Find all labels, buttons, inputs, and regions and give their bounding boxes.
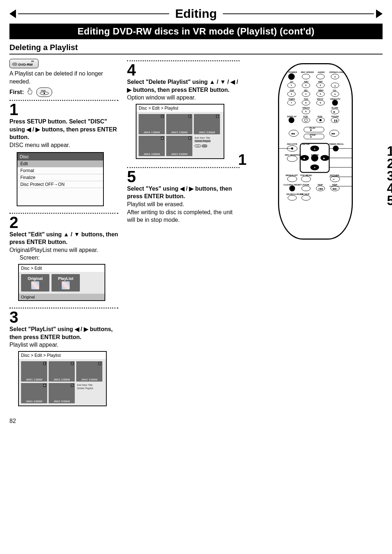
svg-point-12 xyxy=(317,74,324,79)
svg-text:TIMER PROG.: TIMER PROG. xyxy=(329,143,344,145)
svg-text:8: 8 xyxy=(305,101,307,104)
svg-text:SLOW: SLOW xyxy=(331,106,338,109)
intro-text: A Playlist can be deleted if no longer n… xyxy=(9,70,118,85)
remote-highlight-cluster: REC/OTR SETUP TIMER PROG. ▲ ◀ ▶ ▼ ENTER … xyxy=(285,143,344,172)
svg-text:DISPLAY: DISPLAY xyxy=(287,115,297,118)
menu-item-format[interactable]: Format xyxy=(17,167,103,174)
thumb-num: 4 xyxy=(161,137,164,140)
thumb-num: 3 xyxy=(216,115,219,118)
svg-text:❚❚: ❚❚ xyxy=(334,119,338,122)
thumb-label: JAN/1 1:00AM xyxy=(21,378,47,381)
thumb[interactable]: 1JAN/1 1:00AM xyxy=(21,361,47,382)
svg-point-115 xyxy=(302,195,310,200)
thumb[interactable]: 4JAN/1 4:00AM xyxy=(139,136,165,156)
step-4-instruction: Select "Delete Playlist" using ▲ / ▼ / ◀… xyxy=(127,78,240,94)
edit-crumb: Disc > Edit xyxy=(19,265,105,272)
menu-item-edit[interactable]: Edit xyxy=(17,160,103,167)
svg-text:REC SPEED: REC SPEED xyxy=(301,71,314,73)
svg-text:VIDEO/TV: VIDEO/TV xyxy=(330,98,341,100)
thumb-options[interactable]: Add New Title Delete Playlist xyxy=(76,383,102,403)
svg-text:WXYZ: WXYZ xyxy=(317,98,323,100)
svg-text:◀◀: ◀◀ xyxy=(291,132,295,135)
tile-icon xyxy=(31,281,39,289)
tile-original[interactable]: Original xyxy=(21,274,49,292)
remote-lower: MENU/LIST TOP MENU RETURN↩ CLEAR/C-RESET… xyxy=(283,174,340,200)
svg-text:◀: ◀ xyxy=(303,157,305,159)
subtitle-bar: Editing DVD-RW discs in VR mode (Playlis… xyxy=(9,24,383,39)
svg-point-48 xyxy=(332,100,338,106)
svg-text:SKIP: SKIP xyxy=(332,183,337,186)
hand-cursor-icon xyxy=(26,87,34,97)
option-add-title[interactable]: Add New Title xyxy=(195,137,210,139)
svg-point-1 xyxy=(12,62,18,66)
dvd-disc-icon: DVD xyxy=(36,87,52,97)
option-delete-playlist-sel[interactable]: Delete Playlist xyxy=(195,140,211,142)
thumb[interactable]: 1JAN/1 1:00AM xyxy=(139,114,165,134)
thumb[interactable]: 2JAN/1 2:00AM xyxy=(166,114,192,134)
thumb[interactable]: 3JAN/1 3:00AM xyxy=(76,361,102,382)
svg-text:ENTER: ENTER xyxy=(311,154,319,156)
svg-text:REC/OTR: REC/OTR xyxy=(287,143,297,145)
svg-text:0: 0 xyxy=(305,110,307,113)
playlist-screen: Disc > Edit > Playlist 1JAN/1 1:00AM 2JA… xyxy=(18,351,107,406)
svg-text:DVD: DVD xyxy=(318,115,323,118)
thumb[interactable]: 4JAN/1 4:00AM xyxy=(21,383,47,403)
thumb[interactable]: 3JAN/1 3:00AM xyxy=(194,114,220,134)
menu-item-protect[interactable]: Disc Protect OFF→ON xyxy=(17,181,103,188)
step-number-1: 1 xyxy=(9,102,118,118)
menu-item-finalize[interactable]: Finalize xyxy=(17,174,103,181)
option-add-title[interactable]: Add New Title xyxy=(77,384,93,386)
thumb[interactable]: 5JAN/1 5:00AM xyxy=(166,136,192,156)
chevron-left-icon xyxy=(9,9,16,18)
svg-text:▶▶: ▶▶ xyxy=(331,132,335,135)
remote-numpad: @/:1 ABC2 DEF3 ▲ GHI4 JKL5 MNO6 CH▼ PQRS… xyxy=(287,80,341,123)
left-callout-1: 1 xyxy=(238,151,246,168)
remote-control: POWER REC SPEED AUDIO OPEN/CLOSE ▲ @/:1 … xyxy=(278,63,353,240)
step-1-instruction: Press SETUP button. Select "DISC" using … xyxy=(9,118,118,141)
thumb-options-4[interactable]: Add New Title Delete Playlist Yes No xyxy=(194,136,220,156)
first-label: First: xyxy=(9,88,24,96)
confirm-no[interactable]: No xyxy=(202,144,208,147)
svg-text:PAUSE: PAUSE xyxy=(331,115,339,118)
thumb-num: 1 xyxy=(43,362,46,365)
svg-text:1: 1 xyxy=(291,84,292,86)
svg-point-105 xyxy=(302,186,310,191)
thumb-label: JAN/1 3:00AM xyxy=(76,378,102,381)
step-2-result: Original/PlayList menu will appear. xyxy=(9,246,118,254)
playlist-crumb: Disc > Edit > Playlist xyxy=(19,352,106,359)
edit-screen: Disc > Edit Original PlayList Original xyxy=(18,264,105,301)
tile-original-label: Original xyxy=(28,276,43,281)
thumb[interactable]: 5JAN/1 5:00AM xyxy=(49,383,75,403)
playlist-delete-screen: Disc > Edit > Playlist 1JAN/1 1:00AM 2JA… xyxy=(136,104,224,159)
svg-text:3: 3 xyxy=(320,84,321,86)
svg-text:PLAY: PLAY xyxy=(310,127,316,129)
svg-text:GHI: GHI xyxy=(290,89,294,91)
svg-text:4: 4 xyxy=(291,93,292,95)
left-column: VR DVD-RW A Playlist can be deleted if n… xyxy=(9,57,118,406)
svg-text:6: 6 xyxy=(320,93,321,95)
thumb-label: JAN/1 2:00AM xyxy=(49,378,75,381)
thumb[interactable]: 2JAN/1 2:00AM xyxy=(49,361,75,382)
step-5-result-2: After writing to disc is completed, the … xyxy=(127,208,240,224)
step-4-result: Option window will appear. xyxy=(127,94,240,102)
right-callout-5: 5 xyxy=(387,193,392,208)
svg-text:2: 2 xyxy=(305,84,307,86)
step-3-instruction: Select "PlayList" using ◀ / ▶ buttons, t… xyxy=(9,325,118,341)
thumb-num: 2 xyxy=(188,115,191,118)
confirm-yes[interactable]: Yes xyxy=(195,144,201,147)
svg-text:ABC: ABC xyxy=(304,80,309,83)
option-delete-playlist[interactable]: Delete Playlist xyxy=(77,387,93,390)
svg-text:▼: ▼ xyxy=(314,166,316,169)
svg-text:TUV: TUV xyxy=(304,98,309,100)
svg-text:POWER: POWER xyxy=(289,71,297,73)
tile-playlist[interactable]: PlayList xyxy=(52,274,80,292)
thumb-label: JAN/1 4:00AM xyxy=(139,153,165,155)
svg-text:▶▶|: ▶▶| xyxy=(332,187,337,190)
remote-transport: ◀◀ ▶PLAY ■STOP ▶▶ xyxy=(289,127,339,139)
thumb-num: 4 xyxy=(43,384,46,387)
svg-text:MNO: MNO xyxy=(318,89,324,91)
svg-text:▲: ▲ xyxy=(334,75,336,78)
disc-menu: Disc Edit Format Finalize Disc Protect O… xyxy=(17,152,104,206)
edit-bottom-label: Original xyxy=(19,294,105,300)
svg-text:▶: ▶ xyxy=(333,110,335,113)
